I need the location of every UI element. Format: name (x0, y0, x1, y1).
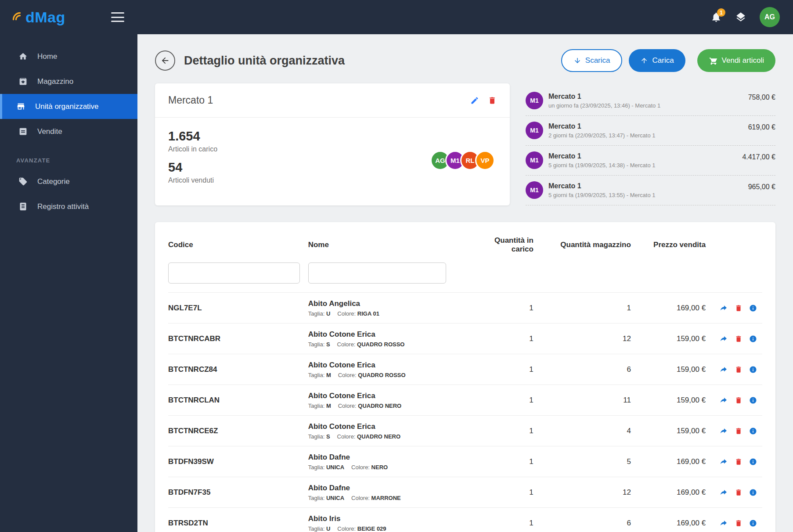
tag-icon (18, 177, 28, 186)
move-item-icon[interactable] (720, 366, 728, 374)
table-row[interactable]: BTCTNRCLAN Abito Cotone Erica Taglia: MC… (168, 385, 762, 415)
stat-label: Articoli in carico (168, 145, 217, 153)
move-item-icon[interactable] (720, 335, 728, 343)
qta-magazzino-value: 6 (533, 519, 631, 528)
item-name-cell: Abito Cotone Erica Taglia: SColore: QUAD… (308, 330, 472, 348)
table-row[interactable]: BTDFN7F35 Abito Dafne Taglia: UNICAColor… (168, 477, 762, 507)
prezzo-value: 159,00 € (631, 365, 706, 374)
table-row[interactable]: BTCTNRCZ84 Abito Cotone Erica Taglia: MC… (168, 354, 762, 385)
item-name: Abito Iris (308, 514, 472, 523)
unit-detail-card: Mercato 1 1.654 Articoli in carico 54 (155, 83, 510, 205)
delete-item-icon[interactable] (735, 427, 743, 435)
sidebar-item-vendite[interactable]: Vendite (0, 119, 137, 144)
info-item-icon[interactable] (749, 519, 757, 527)
table-row[interactable]: BTCTNRCE6Z Abito Cotone Erica Taglia: SC… (168, 415, 762, 446)
stat-label: Articoli venduti (168, 176, 217, 184)
table-row[interactable]: BTCTNRCABR Abito Cotone Erica Taglia: SC… (168, 323, 762, 354)
sidebar-item-label: Magazzino (37, 77, 73, 86)
qta-magazzino-value: 5 (533, 457, 631, 466)
delete-item-icon[interactable] (735, 396, 743, 404)
member-avatar-group: AG M1 RL VP (430, 151, 495, 170)
delete-item-icon[interactable] (735, 519, 743, 527)
info-item-icon[interactable] (749, 335, 757, 343)
sidebar-item-home[interactable]: Home (0, 44, 137, 69)
stat-articoli-venduti: 54 Articoli venduti (168, 160, 217, 184)
move-item-icon[interactable] (720, 458, 728, 466)
sidebar-item-unita-organizzative[interactable]: Unità organizzative (0, 94, 137, 119)
user-avatar[interactable]: AG (760, 7, 780, 27)
item-code: BTDFN39SW (168, 457, 308, 466)
sidebar-item-categorie[interactable]: Categorie (0, 169, 137, 194)
qta-carico-value: 1 (472, 396, 533, 405)
qta-magazzino-value: 4 (533, 427, 631, 435)
receipt-icon (18, 127, 28, 136)
sidebar-section-label: AVANZATE (16, 157, 137, 164)
page-header: Dettaglio unità organizzativa Scarica Ca… (155, 49, 775, 72)
sale-list-item[interactable]: M1 Mercato 1 2 giorni fa (22/09/2025, 13… (526, 116, 775, 146)
move-item-icon[interactable] (720, 304, 728, 312)
info-item-icon[interactable] (749, 489, 757, 496)
unit-name: Mercato 1 (168, 94, 213, 106)
table-row[interactable]: NGL7E7L Abito Angelica Taglia: UColore: … (168, 292, 762, 323)
table-row[interactable]: BTRSD2TN Abito Iris Taglia: UColore: BEI… (168, 507, 762, 532)
sale-title: Mercato 1 (548, 93, 748, 101)
item-name-cell: Abito Iris Taglia: UColore: BEIGE 029 (308, 514, 472, 532)
scarica-button[interactable]: Scarica (561, 49, 623, 72)
book-icon (18, 202, 28, 211)
delete-item-icon[interactable] (735, 335, 743, 343)
delete-item-icon[interactable] (735, 366, 743, 374)
unit-card-body: 1.654 Articoli in carico 54 Articoli ven… (155, 118, 510, 205)
app-shell: Home Magazzino Unità organizzative Vendi… (0, 34, 793, 532)
sale-list-item[interactable]: M1 Mercato 1 un giorno fa (23/09/2025, 1… (526, 86, 775, 116)
item-name-cell: Abito Dafne Taglia: UNICAColore: MARRONE (308, 484, 472, 501)
sidebar-item-label: Home (37, 52, 57, 61)
sidebar-item-magazzino[interactable]: Magazzino (0, 69, 137, 94)
move-item-icon[interactable] (720, 427, 728, 435)
sale-subtitle: 5 giorni fa (19/09/2025, 13:55) - Mercat… (548, 192, 748, 198)
sale-title: Mercato 1 (548, 182, 748, 190)
delete-icon[interactable] (488, 96, 497, 105)
upload-arrow-icon (640, 57, 648, 65)
qta-carico-value: 1 (472, 365, 533, 374)
sidebar-item-registro-attivita[interactable]: Registro attività (0, 194, 137, 219)
sale-list-item[interactable]: M1 Mercato 1 5 giorni fa (19/09/2025, 13… (526, 176, 775, 205)
delete-item-icon[interactable] (735, 458, 743, 466)
info-item-icon[interactable] (749, 427, 757, 435)
info-item-icon[interactable] (749, 366, 757, 374)
nome-filter-input[interactable] (308, 262, 446, 284)
qta-magazzino-value: 11 (533, 396, 631, 405)
delete-item-icon[interactable] (735, 489, 743, 496)
notifications-button[interactable]: 1 (710, 11, 722, 23)
sale-info: Mercato 1 5 giorni fa (19/09/2025, 13:55… (548, 182, 748, 198)
stat-value: 1.654 (168, 129, 217, 144)
info-item-icon[interactable] (749, 396, 757, 404)
move-item-icon[interactable] (720, 519, 728, 527)
col-header-qta-magazzino: Quantità magazzino (533, 241, 631, 249)
download-arrow-icon (573, 57, 581, 65)
app-logo[interactable]: dMag (11, 9, 65, 26)
sale-list-item[interactable]: M1 Mercato 1 5 giorni fa (19/09/2025, 14… (526, 146, 775, 176)
item-name: Abito Cotone Erica (308, 422, 472, 431)
info-item-icon[interactable] (749, 304, 757, 312)
scarica-label: Scarica (585, 56, 610, 65)
row-actions (706, 519, 762, 527)
table-row[interactable]: BTDFN39SW Abito Dafne Taglia: UNICAColor… (168, 446, 762, 477)
row-actions (706, 304, 762, 312)
layers-button[interactable] (735, 11, 746, 23)
menu-toggle-icon[interactable] (111, 12, 124, 22)
move-item-icon[interactable] (720, 489, 728, 496)
vendi-articoli-button[interactable]: Vendi articoli (697, 49, 775, 72)
item-name-cell: Abito Cotone Erica Taglia: SColore: QUAD… (308, 422, 472, 440)
carica-label: Carica (652, 56, 674, 65)
codice-filter-input[interactable] (168, 262, 300, 284)
item-name: Abito Dafne (308, 484, 472, 492)
delete-item-icon[interactable] (735, 304, 743, 312)
avatar[interactable]: VP (475, 151, 495, 170)
back-button[interactable] (155, 50, 175, 71)
col-header-prezzo: Prezzo vendita (631, 241, 706, 249)
move-item-icon[interactable] (720, 396, 728, 404)
edit-icon[interactable] (470, 96, 479, 105)
info-item-icon[interactable] (749, 458, 757, 466)
item-code: BTCTNRCABR (168, 334, 308, 343)
carica-button[interactable]: Carica (629, 49, 685, 72)
